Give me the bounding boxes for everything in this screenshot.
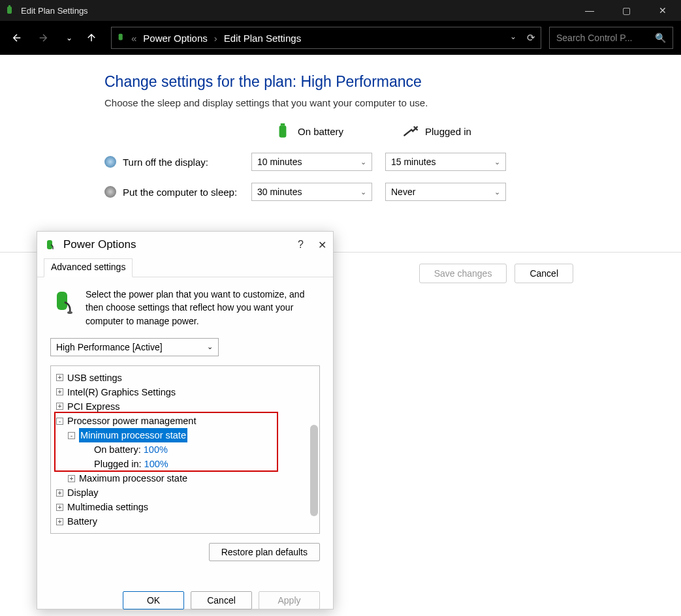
chevron-down-icon: ⌄ [494, 158, 500, 166]
expand-icon[interactable]: + [56, 388, 63, 395]
chevron-down-icon: ⌄ [207, 343, 213, 351]
svg-rect-6 [57, 292, 67, 310]
page-title: Change settings for the plan: High Perfo… [104, 73, 681, 91]
titlebar: Edit Plan Settings — ▢ ✕ [0, 0, 681, 21]
power-large-icon [50, 288, 78, 315]
collapse-icon[interactable]: - [68, 432, 75, 439]
svg-rect-2 [119, 33, 123, 40]
tree-onbatt-value[interactable]: 100% [144, 442, 168, 457]
close-button[interactable]: ✕ [644, 0, 681, 21]
row-label: Turn off the display: [123, 157, 208, 168]
apply-button[interactable]: Apply [259, 591, 320, 609]
tab-strip: Advanced settings [37, 258, 333, 277]
tree-display[interactable]: Display [67, 485, 99, 500]
tab-advanced[interactable]: Advanced settings [44, 258, 133, 277]
dialog-titlebar: Power Options ? ✕ [37, 232, 333, 258]
sleep-plugged-dropdown[interactable]: Never⌄ [385, 183, 506, 201]
restore-defaults-button[interactable]: Restore plan defaults [209, 543, 320, 561]
svg-point-7 [67, 311, 72, 314]
search-placeholder: Search Control P... [556, 33, 632, 43]
svg-rect-3 [279, 125, 287, 137]
cancel-button[interactable]: Cancel [515, 264, 573, 283]
save-changes-button[interactable]: Save changes [419, 264, 507, 283]
column-header-battery: On battery [274, 123, 402, 140]
column-header-plugged: Plugged in [402, 123, 519, 140]
expand-icon[interactable]: + [56, 374, 63, 381]
tree-processor[interactable]: Processor power management [67, 414, 196, 428]
settings-tree[interactable]: +USB settings +Intel(R) Graphics Setting… [50, 365, 320, 534]
dialog-close-button[interactable]: ✕ [318, 239, 326, 251]
address-bar[interactable]: « Power Options › Edit Plan Settings ⌄ ⟳ [111, 27, 541, 49]
chevron-down-icon: ⌄ [360, 158, 366, 166]
sleep-battery-dropdown[interactable]: 30 minutes⌄ [251, 183, 372, 201]
tree-min-proc-state[interactable]: Minimum processor state [79, 428, 187, 442]
power-icon [44, 238, 57, 251]
plan-select-dropdown[interactable]: High Performance [Active]⌄ [50, 338, 219, 356]
dialog-cancel-button[interactable]: Cancel [191, 591, 252, 609]
collapse-icon[interactable]: - [56, 418, 63, 425]
back-button[interactable] [8, 29, 26, 47]
battery-icon [274, 123, 291, 140]
svg-rect-1 [8, 5, 10, 7]
up-button[interactable] [82, 29, 101, 47]
ok-button[interactable]: OK [123, 591, 184, 609]
page-subtitle: Choose the sleep and display settings th… [104, 97, 681, 108]
forward-button[interactable] [34, 29, 52, 47]
chevron-down-icon: ⌄ [494, 188, 500, 196]
expand-icon[interactable]: + [56, 504, 63, 511]
tree-intel[interactable]: Intel(R) Graphics Settings [67, 385, 176, 399]
tree-plugged-label: Plugged in: [94, 457, 142, 471]
search-icon[interactable]: 🔍 [655, 33, 666, 43]
scrollbar[interactable] [310, 425, 318, 516]
minimize-button[interactable]: — [571, 0, 608, 21]
address-icon [117, 33, 126, 44]
tree-usb[interactable]: USB settings [67, 371, 122, 385]
expand-icon[interactable]: + [56, 489, 63, 497]
expand-icon[interactable]: + [68, 475, 75, 482]
expand-icon[interactable]: + [56, 403, 63, 410]
svg-rect-4 [281, 123, 285, 125]
tree-multimedia[interactable]: Multimedia settings [67, 500, 148, 514]
recent-dropdown[interactable]: ⌄ [60, 29, 78, 47]
chevron-down-icon: ⌄ [360, 188, 366, 196]
row-turn-off-display: Turn off the display: 10 minutes⌄ 15 min… [104, 153, 681, 171]
maximize-button[interactable]: ▢ [608, 0, 644, 21]
plug-icon [402, 123, 419, 140]
display-icon [104, 156, 116, 168]
breadcrumb-prev-icon: « [131, 33, 136, 44]
svg-rect-0 [7, 7, 12, 14]
window-title: Edit Plan Settings [21, 6, 88, 16]
breadcrumb-1[interactable]: Power Options [143, 33, 207, 44]
tree-onbatt-label: On battery: [94, 442, 141, 457]
row-sleep: Put the computer to sleep: 30 minutes⌄ N… [104, 183, 681, 201]
expand-icon[interactable]: + [56, 518, 63, 525]
breadcrumb-2[interactable]: Edit Plan Settings [224, 33, 301, 44]
tree-plugged-value[interactable]: 100% [144, 457, 168, 471]
address-dropdown-icon[interactable]: ⌄ [510, 32, 516, 44]
tree-pci[interactable]: PCI Express [67, 399, 120, 414]
tree-battery[interactable]: Battery [67, 514, 97, 529]
dialog-description: Select the power plan that you want to c… [86, 288, 320, 328]
row-label: Put the computer to sleep: [123, 187, 237, 198]
help-button[interactable]: ? [298, 239, 304, 251]
power-options-dialog: Power Options ? ✕ Advanced settings Sele… [37, 231, 334, 609]
refresh-button[interactable]: ⟳ [527, 32, 535, 44]
display-battery-dropdown[interactable]: 10 minutes⌄ [251, 153, 372, 171]
dialog-title: Power Options [63, 238, 136, 251]
tree-max-proc-state[interactable]: Maximum processor state [79, 471, 187, 485]
search-input[interactable]: Search Control P... 🔍 [549, 27, 673, 49]
nav-bar: ⌄ « Power Options › Edit Plan Settings ⌄… [0, 21, 681, 55]
display-plugged-dropdown[interactable]: 15 minutes⌄ [385, 153, 506, 171]
chevron-right-icon: › [214, 33, 217, 44]
app-icon [5, 5, 16, 16]
sleep-icon [104, 186, 116, 198]
